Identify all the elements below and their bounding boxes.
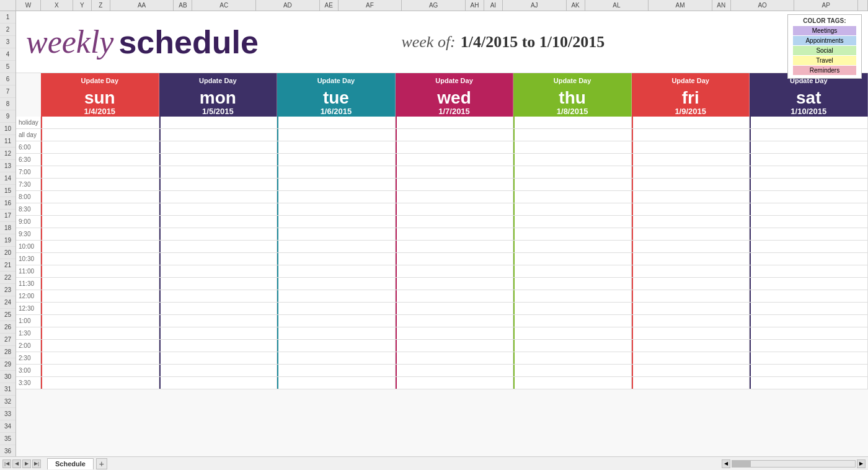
cell-fri-930[interactable]: [632, 228, 750, 240]
cell-sun-100pm[interactable]: [41, 315, 159, 327]
cell-mon-300pm[interactable]: [159, 365, 278, 376]
cell-mon-600[interactable]: [159, 141, 278, 153]
cell-thu-200pm[interactable]: [513, 340, 632, 352]
cell-mon-930[interactable]: [159, 228, 278, 240]
cell-thu-900[interactable]: [513, 216, 632, 228]
tab-nav-first[interactable]: |◀: [2, 459, 11, 468]
cell-mon-1100[interactable]: [159, 265, 278, 277]
cell-tue-600[interactable]: [277, 141, 396, 153]
time-rows-container[interactable]: holiday all day: [16, 117, 868, 456]
cell-tue-1030[interactable]: [277, 253, 396, 265]
cell-tue-1100[interactable]: [277, 265, 396, 277]
cell-mon-630[interactable]: [159, 154, 278, 166]
cell-mon-800[interactable]: [159, 191, 278, 203]
update-day-thu[interactable]: Update Day: [513, 73, 632, 88]
cell-fri-700[interactable]: [632, 166, 750, 178]
cell-mon-730[interactable]: [159, 179, 278, 190]
cell-sun-1230[interactable]: [41, 303, 159, 314]
tab-navigation[interactable]: |◀ ◀ ▶ ▶|: [2, 459, 41, 468]
cell-thu-1000[interactable]: [513, 241, 632, 252]
cell-tue-330pm[interactable]: [277, 377, 396, 389]
cell-wed-700[interactable]: [396, 166, 514, 178]
scroll-track[interactable]: [732, 460, 856, 468]
cell-thu-1230[interactable]: [513, 303, 632, 314]
cell-wed-800[interactable]: [396, 191, 514, 203]
cell-fri-200pm[interactable]: [632, 340, 750, 352]
cell-fri-1030[interactable]: [632, 253, 750, 265]
cell-sat-1230[interactable]: [750, 303, 868, 314]
cell-tue-1230[interactable]: [277, 303, 396, 314]
cell-sat-allday[interactable]: [750, 129, 868, 141]
cell-tue-230pm[interactable]: [277, 352, 396, 364]
cell-wed-900[interactable]: [396, 216, 514, 228]
cell-sun-930[interactable]: [41, 228, 159, 240]
cell-sat-700[interactable]: [750, 166, 868, 178]
cell-thu-800[interactable]: [513, 191, 632, 203]
cell-fri-900[interactable]: [632, 216, 750, 228]
cell-mon-700[interactable]: [159, 166, 278, 178]
cell-tue-1000[interactable]: [277, 241, 396, 252]
cell-fri-allday[interactable]: [632, 129, 750, 141]
cell-tue-1130[interactable]: [277, 278, 396, 290]
cell-thu-1030[interactable]: [513, 253, 632, 265]
update-day-sun[interactable]: Update Day: [41, 73, 159, 88]
cell-tue-holiday[interactable]: [277, 117, 396, 128]
cell-mon-900[interactable]: [159, 216, 278, 228]
cell-wed-1130[interactable]: [396, 278, 514, 290]
cell-mon-830[interactable]: [159, 203, 278, 215]
cell-tue-1200[interactable]: [277, 290, 396, 302]
cell-tue-allday[interactable]: [277, 129, 396, 141]
cell-fri-600[interactable]: [632, 141, 750, 153]
cell-thu-700[interactable]: [513, 166, 632, 178]
cell-sun-600[interactable]: [41, 141, 159, 153]
cell-tue-900[interactable]: [277, 216, 396, 228]
cell-sat-330pm[interactable]: [750, 377, 868, 389]
cell-mon-200pm[interactable]: [159, 340, 278, 352]
cell-wed-930[interactable]: [396, 228, 514, 240]
tab-nav-next[interactable]: ▶: [22, 459, 31, 468]
cell-fri-130pm[interactable]: [632, 327, 750, 339]
cell-wed-200pm[interactable]: [396, 340, 514, 352]
cell-mon-1130[interactable]: [159, 278, 278, 290]
cell-tue-630[interactable]: [277, 154, 396, 166]
cell-tue-130pm[interactable]: [277, 327, 396, 339]
cell-thu-holiday[interactable]: [513, 117, 632, 128]
cell-sat-holiday[interactable]: [750, 117, 868, 128]
cell-sat-930[interactable]: [750, 228, 868, 240]
cell-wed-allday[interactable]: [396, 129, 514, 141]
cell-thu-830[interactable]: [513, 203, 632, 215]
cell-thu-630[interactable]: [513, 154, 632, 166]
cell-tue-100pm[interactable]: [277, 315, 396, 327]
cell-sat-1000[interactable]: [750, 241, 868, 252]
cell-tue-800[interactable]: [277, 191, 396, 203]
cell-fri-730[interactable]: [632, 179, 750, 190]
cell-sat-600[interactable]: [750, 141, 868, 153]
cell-mon-100pm[interactable]: [159, 315, 278, 327]
cell-tue-830[interactable]: [277, 203, 396, 215]
update-day-tue[interactable]: Update Day: [277, 73, 396, 88]
cell-tue-200pm[interactable]: [277, 340, 396, 352]
cell-sun-330pm[interactable]: [41, 377, 159, 389]
cell-fri-1230[interactable]: [632, 303, 750, 314]
cell-mon-1230[interactable]: [159, 303, 278, 314]
cell-thu-100pm[interactable]: [513, 315, 632, 327]
cell-sun-1100[interactable]: [41, 265, 159, 277]
cell-sun-200pm[interactable]: [41, 340, 159, 352]
cell-fri-830[interactable]: [632, 203, 750, 215]
cell-thu-130pm[interactable]: [513, 327, 632, 339]
cell-thu-330pm[interactable]: [513, 377, 632, 389]
cell-sat-900[interactable]: [750, 216, 868, 228]
cell-thu-allday[interactable]: [513, 129, 632, 141]
cell-sun-830[interactable]: [41, 203, 159, 215]
cell-sun-800[interactable]: [41, 191, 159, 203]
cell-fri-1130[interactable]: [632, 278, 750, 290]
cell-sun-700[interactable]: [41, 166, 159, 178]
cell-fri-holiday[interactable]: [632, 117, 750, 128]
cell-sun-holiday[interactable]: [41, 117, 159, 128]
cell-thu-1200[interactable]: [513, 290, 632, 302]
cell-sun-900[interactable]: [41, 216, 159, 228]
cell-wed-630[interactable]: [396, 154, 514, 166]
update-day-mon[interactable]: Update Day: [159, 73, 278, 88]
cell-mon-130pm[interactable]: [159, 327, 278, 339]
cell-mon-holiday[interactable]: [159, 117, 278, 128]
